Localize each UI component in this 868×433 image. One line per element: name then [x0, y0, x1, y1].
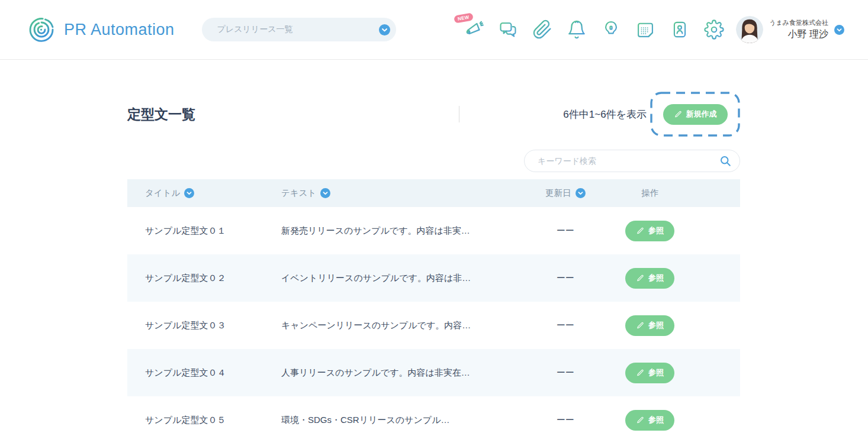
sort-chevron-down-icon[interactable] [576, 188, 586, 198]
cell-text: 人事リリースのサンプルです。内容は非実在… [281, 367, 518, 379]
cell-text: 環境・SDGs・CSRリリースのサンプル… [281, 415, 518, 426]
vertical-divider [459, 106, 459, 122]
result-count: 6件中1~6件を表示 [563, 108, 647, 121]
chevron-down-icon [379, 24, 390, 35]
sort-chevron-down-icon[interactable] [184, 188, 194, 198]
pencil-icon [636, 227, 644, 235]
table-row: サンプル定型文０４ 人事リリースのサンプルです。内容は非実在… ーー 参照 [127, 349, 740, 396]
gear-icon[interactable] [704, 20, 724, 40]
main-content: 定型文一覧 6件中1~6件を表示 新規作成 [127, 60, 740, 433]
cell-text: キャンペーンリリースのサンプルです。内容… [281, 320, 518, 331]
user-info[interactable]: うまみ食堂株式会社 小野 理沙 [769, 18, 828, 41]
column-header-label: タイトル [145, 188, 180, 199]
template-table: タイトル テキスト 更新日 操作 サンプル定型 [127, 179, 740, 433]
view-button-label: 参照 [648, 415, 664, 425]
cell-actions: 参照 [613, 268, 740, 289]
bell-icon[interactable] [567, 20, 587, 40]
table-row: サンプル定型文０３ キャンペーンリリースのサンプルです。内容… ーー 参照 [127, 302, 740, 349]
cell-title: サンプル定型文０５ [127, 415, 281, 426]
column-header-title[interactable]: タイトル [127, 188, 281, 199]
cell-updated: ーー [518, 225, 613, 237]
search-input[interactable] [538, 156, 719, 166]
cell-actions: 参照 [613, 221, 740, 241]
cell-actions: 参照 [613, 410, 740, 431]
search-icon [719, 155, 731, 167]
view-button[interactable]: 参照 [625, 268, 674, 289]
table-row: サンプル定型文０１ 新発売リリースのサンプルです。内容は非実… ーー 参照 [127, 207, 740, 254]
search-box [524, 150, 740, 172]
app-header: PR Automation プレスリリース一覧 NEW [0, 0, 868, 60]
cell-title: サンプル定型文０２ [127, 273, 281, 284]
cell-text: 新発売リリースのサンプルです。内容は非実… [281, 225, 518, 237]
pencil-icon [674, 110, 682, 118]
cell-title: サンプル定型文０４ [127, 367, 281, 379]
pencil-icon [636, 416, 644, 424]
table-header-row: タイトル テキスト 更新日 操作 [127, 179, 740, 207]
page-nav-select-value: プレスリリース一覧 [217, 24, 379, 35]
cell-updated: ーー [518, 273, 613, 284]
user-menu-chevron-down-icon[interactable] [834, 25, 844, 35]
view-button[interactable]: 参照 [625, 315, 674, 336]
contact-card-icon[interactable] [670, 20, 690, 40]
cell-title: サンプル定型文０３ [127, 320, 281, 331]
table-body: サンプル定型文０１ 新発売リリースのサンプルです。内容は非実… ーー 参照 サン… [127, 207, 740, 433]
table-row: サンプル定型文０２ イベントリリースのサンプルです。内容は非… ーー 参照 [127, 254, 740, 302]
calendar-icon[interactable] [635, 20, 655, 40]
view-button[interactable]: 参照 [625, 410, 674, 431]
table-row: サンプル定型文０５ 環境・SDGs・CSRリリースのサンプル… ーー 参照 [127, 396, 740, 433]
user-avatar[interactable] [736, 16, 763, 43]
view-button-label: 参照 [648, 320, 664, 331]
new-button-highlight: 新規作成 [650, 92, 740, 137]
cell-actions: 参照 [613, 363, 740, 383]
column-header-text[interactable]: テキスト [281, 188, 518, 199]
pencil-icon [636, 321, 644, 329]
user-name: 小野 理沙 [769, 28, 828, 41]
create-new-button-label: 新規作成 [686, 109, 717, 119]
column-header-updated[interactable]: 更新日 [518, 188, 613, 199]
search-button[interactable] [719, 155, 731, 167]
title-row: 定型文一覧 6件中1~6件を表示 新規作成 [127, 92, 740, 137]
pencil-icon [636, 274, 644, 282]
cell-title: サンプル定型文０１ [127, 225, 281, 237]
view-button-label: 参照 [648, 367, 664, 378]
cell-updated: ーー [518, 320, 613, 331]
page-title: 定型文一覧 [127, 105, 195, 124]
column-header-label: 更新日 [545, 188, 571, 199]
search-row [127, 150, 740, 172]
cell-updated: ーー [518, 367, 613, 379]
cell-text: イベントリリースのサンプルです。内容は非… [281, 273, 518, 284]
column-header-actions: 操作 [613, 188, 740, 199]
user-company: うまみ食堂株式会社 [769, 18, 828, 27]
view-button[interactable]: 参照 [625, 363, 674, 383]
pencil-icon [636, 369, 644, 377]
view-button[interactable]: 参照 [625, 221, 674, 241]
header-icon-bar: NEW [464, 20, 724, 40]
brand-name: PR Automation [64, 21, 175, 39]
chat-icon[interactable] [498, 20, 518, 40]
megaphone-icon[interactable]: NEW [464, 20, 484, 40]
cell-updated: ーー [518, 415, 613, 426]
column-header-label: 操作 [641, 188, 658, 199]
lightbulb-icon[interactable] [601, 20, 621, 40]
view-button-label: 参照 [648, 225, 664, 236]
app-logo[interactable]: PR Automation [26, 14, 175, 45]
page-nav-select[interactable]: プレスリリース一覧 [202, 18, 396, 41]
view-button-label: 参照 [648, 273, 664, 283]
column-header-label: テキスト [281, 188, 316, 199]
logo-swirl-icon [26, 14, 57, 45]
sort-chevron-down-icon[interactable] [320, 188, 330, 198]
paperclip-icon[interactable] [532, 20, 552, 40]
create-new-button[interactable]: 新規作成 [663, 104, 728, 125]
cell-actions: 参照 [613, 315, 740, 336]
